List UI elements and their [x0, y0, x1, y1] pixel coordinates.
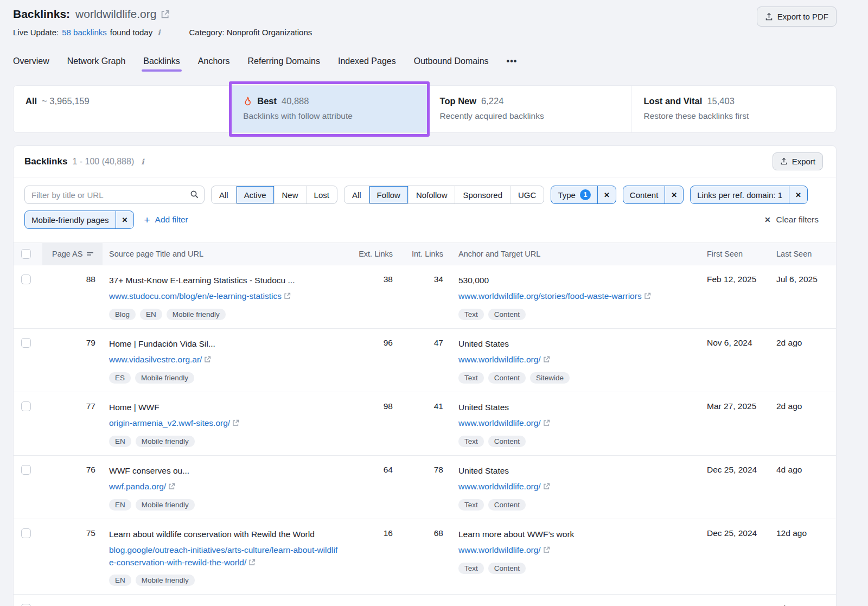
tab-referring-domains[interactable]: Referring Domains	[248, 56, 320, 74]
tab-more[interactable]: •••	[507, 56, 518, 74]
filter-chip-content[interactable]: Content✕	[623, 186, 684, 204]
close-icon: ✕	[764, 215, 771, 224]
tab-network-graph[interactable]: Network Graph	[67, 56, 126, 74]
tab-indexed-pages[interactable]: Indexed Pages	[338, 56, 396, 74]
card-value: 6,224	[481, 96, 503, 106]
filter-chip-mobile-friendly-pages[interactable]: Mobile-friendly pages✕	[24, 210, 134, 229]
last-seen-value: 4d ago	[763, 456, 836, 519]
column-header-page-as[interactable]: Page AS	[42, 243, 103, 265]
tab-overview[interactable]: Overview	[13, 56, 49, 74]
column-header-int-links[interactable]: Int. Links	[399, 243, 450, 265]
segment-all[interactable]: All	[344, 186, 369, 203]
remove-filter-icon[interactable]: ✕	[789, 186, 807, 203]
int-links-value: 47	[399, 329, 450, 392]
remove-filter-icon[interactable]: ✕	[665, 186, 683, 203]
filter-row-1: AllActiveNewLost AllFollowNofollowSponso…	[24, 186, 823, 204]
remove-filter-icon[interactable]: ✕	[597, 186, 616, 203]
source-url-link[interactable]: origin-armenia_v2.wwf-sites.org/	[109, 418, 230, 428]
segment-lost[interactable]: Lost	[307, 186, 337, 203]
summary-card-lost-and-vital[interactable]: Lost and Vital15,403Restore these backli…	[631, 86, 835, 132]
summary-card-top-new[interactable]: Top New6,224Recently acquired backlinks	[427, 86, 631, 132]
external-link-icon	[543, 483, 550, 490]
segment-nofollow[interactable]: Nofollow	[409, 186, 456, 203]
remove-filter-icon[interactable]: ✕	[116, 211, 134, 228]
column-header-ext-links[interactable]: Ext. Links	[353, 243, 399, 265]
segment-ugc[interactable]: UGC	[510, 186, 544, 203]
tag-pill: Content	[488, 309, 526, 320]
last-seen-value: Jul 6, 2025	[763, 265, 836, 328]
search-input[interactable]	[24, 186, 205, 204]
anchor-text: United States	[458, 465, 679, 477]
first-seen-value: Feb 12, 2025	[694, 265, 763, 328]
page-as-score: 74	[42, 595, 103, 606]
target-url-link[interactable]: www.worldwildlife.org/	[458, 545, 541, 554]
source-url-link[interactable]: www.studocu.com/blog/en/e-learning-stati…	[109, 291, 282, 301]
column-header-anchor: Anchor and Target URL	[450, 243, 694, 265]
first-seen-value: Sep 25, 2024	[694, 595, 763, 606]
target-url-link[interactable]: www.worldwildlife.org/	[458, 482, 541, 491]
tab-backlinks[interactable]: Backlinks	[143, 56, 180, 74]
status-segment-group: AllActiveNewLost	[211, 186, 337, 204]
external-link-icon	[204, 356, 211, 363]
page-as-score: 88	[42, 265, 103, 328]
filter-row-2: Mobile-friendly pages✕ + Add filter ✕ Cl…	[24, 210, 823, 229]
segment-new[interactable]: New	[275, 186, 307, 203]
segment-all[interactable]: All	[212, 186, 237, 203]
export-to-pdf-button[interactable]: Export to PDF	[757, 7, 837, 27]
select-all-checkbox[interactable]	[21, 249, 31, 259]
info-icon[interactable]: i	[139, 157, 146, 166]
external-link-icon	[284, 292, 291, 299]
row-checkbox[interactable]	[21, 275, 31, 284]
row-checkbox[interactable]	[21, 338, 31, 348]
row-checkbox[interactable]	[21, 465, 31, 475]
live-update-link[interactable]: 58 backlinks	[62, 28, 107, 37]
info-icon[interactable]: i	[155, 28, 162, 37]
clear-filters-button[interactable]: ✕ Clear filters	[764, 215, 823, 225]
tag-pill: ES	[109, 372, 131, 384]
row-checkbox[interactable]	[21, 401, 31, 411]
source-page-title: Learn about wildlife conservation with R…	[109, 528, 338, 540]
search-box	[24, 186, 205, 204]
segment-follow[interactable]: Follow	[369, 186, 409, 203]
card-value: 40,888	[282, 96, 309, 106]
anchor-text: United States	[458, 401, 679, 413]
tab-outbound-domains[interactable]: Outbound Domains	[414, 56, 489, 74]
card-title: Lost and Vital	[643, 96, 702, 106]
summary-card-best[interactable]: Best40,888Backlinks with follow attribut…	[231, 86, 427, 132]
card-value: 15,403	[707, 96, 734, 106]
source-url-link[interactable]: www.vidasilvestre.org.ar/	[109, 355, 202, 364]
card-subtitle: Backlinks with follow attribute	[243, 111, 427, 121]
target-url-link[interactable]: www.worldwildlife.org/stories/food-waste…	[458, 291, 642, 301]
filters: AllActiveNewLost AllFollowNofollowSponso…	[14, 177, 836, 229]
ext-links-value: 38	[353, 265, 399, 328]
search-icon[interactable]	[190, 190, 199, 199]
add-filter-button[interactable]: + Add filter	[144, 215, 188, 225]
filter-chip-type[interactable]: Type1✕	[551, 186, 616, 204]
card-subtitle: Recently acquired backlinks	[440, 111, 631, 121]
tag-pill: Text	[458, 372, 484, 384]
filter-chip-links-per-ref-domain-1[interactable]: Links per ref. domain: 1✕	[690, 186, 808, 204]
segment-active[interactable]: Active	[237, 186, 275, 203]
plus-icon: +	[144, 215, 150, 225]
first-seen-value: Mar 27, 2025	[694, 392, 763, 455]
table-row: 74Terms & Conditions | Loyalty Rewards P…	[14, 595, 836, 606]
column-header-last-seen[interactable]: Last Seen	[763, 243, 836, 265]
category-label: Category: Nonprofit Organizations	[189, 28, 312, 37]
summary-card-all[interactable]: All~ 3,965,159	[14, 86, 231, 132]
anchor-text: World Wildlife Fund	[458, 604, 679, 606]
target-url-link[interactable]: www.worldwildlife.org/	[458, 418, 541, 428]
flame-icon	[243, 97, 252, 106]
source-url-link[interactable]: wwf.panda.org/	[109, 482, 166, 491]
page: Backlinks: worldwildlife.org Export to P…	[13, 8, 837, 606]
column-header-first-seen[interactable]: First Seen	[694, 243, 763, 265]
target-url-link[interactable]: www.worldwildlife.org/	[458, 355, 541, 364]
export-button[interactable]: Export	[773, 152, 823, 170]
source-url-link[interactable]: blog.google/outreach-initiatives/arts-cu…	[109, 545, 337, 566]
row-checkbox[interactable]	[21, 528, 31, 538]
card-title: Top New	[440, 96, 477, 106]
external-link-icon[interactable]	[161, 10, 170, 19]
tab-anchors[interactable]: Anchors	[198, 56, 230, 74]
row-checkbox[interactable]	[21, 604, 31, 606]
segment-sponsored[interactable]: Sponsored	[455, 186, 510, 203]
table-row: 79Home | Fundación Vida Sil...www.vidasi…	[14, 329, 836, 392]
